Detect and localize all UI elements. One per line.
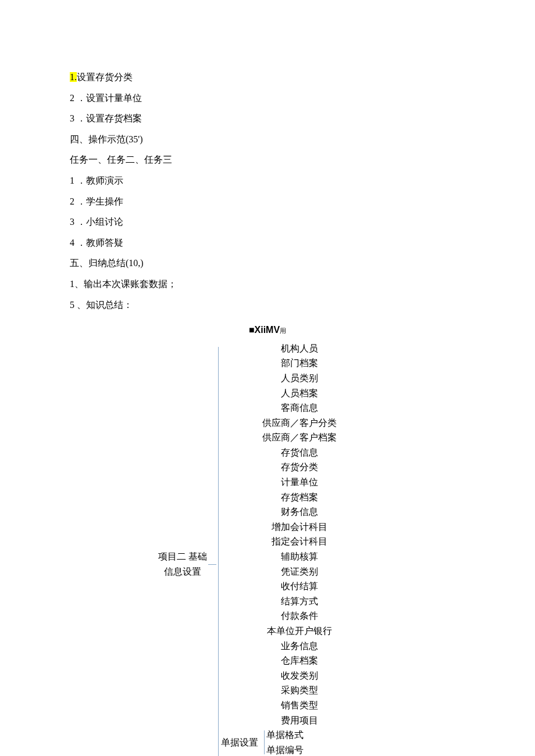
- tree-groups: 机构人员部门档案人员类别人员档案客商信息供应商／客户分类供应商／客户档案存货信息…: [221, 341, 378, 756]
- tree-branch-node: 业务信息: [221, 639, 378, 654]
- tree-leaf-node: 指定会计科目: [221, 534, 378, 549]
- section-subtitle: 任务一、任务二、任务三: [70, 152, 465, 167]
- tree-leaf-node: 凭证类别: [221, 564, 378, 579]
- diagram-title: ■XiiMV用: [70, 323, 465, 338]
- tree-leaf-wrap: 供应商／客户分类供应商／客户档案: [221, 415, 378, 445]
- tree-group: 客商信息供应商／客户分类供应商／客户档案: [221, 400, 378, 445]
- tree-group: 机构人员部门档案人员类别人员档案: [221, 341, 378, 400]
- list-item: 4 ．教师答疑: [70, 235, 465, 250]
- diagram-title-suffix: 用: [280, 327, 286, 334]
- tree-leaf-node: 计量单位: [221, 475, 378, 490]
- tree-root-node: 项目二 基础信息设置: [157, 549, 208, 579]
- tree-leaf-node: 人员档案: [221, 386, 378, 401]
- list-item: 3 ．小组讨论: [70, 214, 465, 230]
- tree-leaf-wrap: 仓库档案收发类别采购类型销售类型费用项目单据设置单据格式单据编号数据权限控制记录…: [221, 653, 378, 756]
- bracket-line: [216, 341, 221, 756]
- tree-branch-node: 机构人员: [221, 341, 378, 356]
- tree-group: 财务信息增加会计科目指定会计科目辅助核算凭证类别: [221, 504, 378, 579]
- document-page: 1.设置存货分类 2 ．设置计量单位 3 ．设置存货档案 四、操作示范(35')…: [0, 0, 535, 756]
- tree-leaf-node: 部门档案: [221, 356, 378, 371]
- tree-leaf-wrap: 增加会计科目指定会计科目辅助核算凭证类别: [221, 519, 378, 579]
- tree-leaf-node: 存货档案: [221, 490, 378, 505]
- tree-leaf-node: 付款条件: [221, 608, 378, 624]
- tree-branch-node: 客商信息: [221, 400, 378, 415]
- tree: 项目二 基础信息设置 机构人员部门档案人员类别人员档案客商信息供应商／客户分类供…: [157, 341, 378, 756]
- diagram: ■XiiMV用 项目二 基础信息设置 机构人员部门档案人员类别人员档案客商信息供…: [70, 323, 465, 756]
- tree-group: 收付结算结算方式付款条件本单位开户银行: [221, 579, 378, 638]
- tree-group: 存货信息存货分类计量单位存货档案: [221, 445, 378, 504]
- tree-leaf-node: 销售类型: [221, 698, 378, 713]
- tree-leaf-node: 费用项目: [221, 713, 378, 728]
- tree-leaf-node: 单据编号: [266, 743, 304, 756]
- tree-leaf-node: 采购类型: [221, 683, 378, 698]
- list-item: 5 、知识总结：: [70, 298, 465, 313]
- list-item: 3 ．设置存货档案: [70, 111, 465, 126]
- bracket-line: [263, 728, 266, 756]
- tree-group: 业务信息仓库档案收发类别采购类型销售类型费用项目单据设置单据格式单据编号数据权限…: [221, 639, 378, 756]
- tree-leaf-node: 收发类别: [221, 668, 378, 683]
- list-item: 1、输出本次课账套数据；: [70, 277, 465, 292]
- tree-leaf-wrap: 结算方式付款条件本单位开户银行: [221, 594, 378, 639]
- highlight-number: 1.: [70, 72, 77, 82]
- tree-branch-node: 收付结算: [221, 579, 378, 594]
- tree-leaf-node: 存货分类: [221, 460, 378, 475]
- list-item-text: 设置存货分类: [77, 72, 133, 82]
- list-item: 2 ．学生操作: [70, 194, 465, 209]
- diagram-title-main: ■XiiMV: [249, 325, 280, 335]
- tree-subgroup: 单据设置单据格式单据编号: [221, 728, 378, 756]
- section-heading: 四、操作示范(35'): [70, 132, 465, 147]
- tree-leaf-node: 人员类别: [221, 371, 378, 386]
- tree-leaf-node: 供应商／客户分类: [221, 415, 378, 431]
- tree-leaf-node: 供应商／客户档案: [221, 430, 378, 445]
- tree-leaf-node: 结算方式: [221, 594, 378, 609]
- tree-leaf-node: 单据格式: [266, 728, 304, 743]
- list-item: 1 ．教师演示: [70, 173, 465, 188]
- tree-branch-node: 财务信息: [221, 504, 378, 519]
- tree-leaf-node: 辅助核算: [221, 549, 378, 564]
- tree-leaf-wrap: 存货分类计量单位存货档案: [221, 460, 378, 504]
- list-item: 2 ．设置计量单位: [70, 91, 465, 106]
- section-heading: 五、归纳总结(10,): [70, 256, 465, 271]
- list-item: 1.设置存货分类: [70, 70, 465, 85]
- tree-branch-node: 存货信息: [221, 445, 378, 460]
- tree-leaf-node: 本单位开户银行: [221, 624, 378, 639]
- tree-leaf-wrap: 部门档案人员类别人员档案: [221, 356, 378, 400]
- tree-sub-node: 单据设置: [221, 735, 258, 750]
- tree-leaf-node: 仓库档案: [221, 653, 378, 668]
- tree-leaf-node: 增加会计科目: [221, 519, 378, 535]
